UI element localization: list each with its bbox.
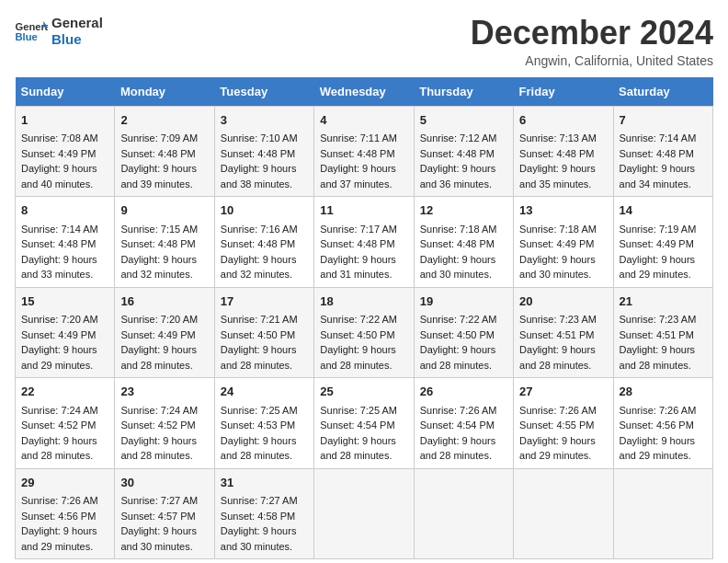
day-cell: 30 Sunrise: 7:27 AM Sunset: 4:57 PM Dayl… xyxy=(115,468,214,559)
daylight: Daylight: 9 hours and 29 minutes. xyxy=(21,525,97,552)
daylight: Daylight: 9 hours and 28 minutes. xyxy=(420,435,496,462)
sunrise: Sunrise: 7:18 AM xyxy=(519,224,597,235)
daylight: Daylight: 9 hours and 28 minutes. xyxy=(320,435,396,462)
day-number: 24 xyxy=(221,383,308,401)
sunset: Sunset: 4:48 PM xyxy=(221,148,295,159)
day-cell xyxy=(613,468,712,559)
sunrise: Sunrise: 7:20 AM xyxy=(21,314,98,325)
day-number: 16 xyxy=(120,293,208,311)
sunrise: Sunrise: 7:27 AM xyxy=(221,495,298,506)
logo-icon: General Blue xyxy=(15,18,48,44)
header-cell-monday: Monday xyxy=(115,77,214,107)
daylight: Daylight: 9 hours and 35 minutes. xyxy=(519,163,596,190)
sunrise: Sunrise: 7:25 AM xyxy=(221,405,298,416)
sunrise: Sunrise: 7:22 AM xyxy=(420,314,497,325)
day-number: 14 xyxy=(620,201,707,220)
sunrise: Sunrise: 7:17 AM xyxy=(320,224,397,235)
day-cell: 27 Sunrise: 7:26 AM Sunset: 4:55 PM Dayl… xyxy=(514,378,613,469)
daylight: Daylight: 9 hours and 34 minutes. xyxy=(620,163,696,190)
day-cell: 24 Sunrise: 7:25 AM Sunset: 4:53 PM Dayl… xyxy=(214,378,313,469)
sunset: Sunset: 4:56 PM xyxy=(620,419,694,431)
day-number: 15 xyxy=(21,293,108,311)
header-cell-wednesday: Wednesday xyxy=(314,77,414,107)
header-cell-thursday: Thursday xyxy=(414,77,513,107)
daylight: Daylight: 9 hours and 28 minutes. xyxy=(221,435,297,462)
sunset: Sunset: 4:49 PM xyxy=(519,238,594,249)
day-cell: 14 Sunrise: 7:19 AM Sunset: 4:49 PM Dayl… xyxy=(613,197,712,288)
sunrise: Sunrise: 7:11 AM xyxy=(320,132,397,144)
day-number: 17 xyxy=(221,293,308,311)
daylight: Daylight: 9 hours and 28 minutes. xyxy=(620,344,696,371)
sunset: Sunset: 4:48 PM xyxy=(120,148,195,159)
sunset: Sunset: 4:48 PM xyxy=(21,238,96,249)
sunrise: Sunrise: 7:26 AM xyxy=(21,495,98,506)
sunrise: Sunrise: 7:22 AM xyxy=(320,314,397,325)
sunset: Sunset: 4:51 PM xyxy=(620,329,694,340)
day-number: 28 xyxy=(620,383,707,401)
sunset: Sunset: 4:48 PM xyxy=(221,238,295,249)
daylight: Daylight: 9 hours and 29 minutes. xyxy=(21,344,97,371)
day-cell: 13 Sunrise: 7:18 AM Sunset: 4:49 PM Dayl… xyxy=(514,197,613,288)
daylight: Daylight: 9 hours and 29 minutes. xyxy=(620,435,696,462)
main-title: December 2024 xyxy=(471,15,713,52)
day-number: 21 xyxy=(620,293,707,311)
header: General Blue General Blue December 2024 … xyxy=(15,15,713,68)
sunset: Sunset: 4:48 PM xyxy=(120,238,195,249)
sunrise: Sunrise: 7:13 AM xyxy=(519,132,597,144)
day-number: 7 xyxy=(620,111,707,130)
calendar-table: SundayMondayTuesdayWednesdayThursdayFrid… xyxy=(15,77,713,560)
day-cell: 11 Sunrise: 7:17 AM Sunset: 4:48 PM Dayl… xyxy=(314,197,414,288)
sunset: Sunset: 4:49 PM xyxy=(21,148,96,159)
daylight: Daylight: 9 hours and 31 minutes. xyxy=(320,254,396,281)
day-number: 25 xyxy=(320,383,407,401)
sunset: Sunset: 4:48 PM xyxy=(519,148,594,159)
title-section: December 2024 Angwin, California, United… xyxy=(471,15,713,68)
sunset: Sunset: 4:54 PM xyxy=(320,419,394,431)
sunset: Sunset: 4:49 PM xyxy=(120,329,195,340)
daylight: Daylight: 9 hours and 40 minutes. xyxy=(21,163,97,190)
day-cell: 15 Sunrise: 7:20 AM Sunset: 4:49 PM Dayl… xyxy=(16,287,115,378)
day-number: 8 xyxy=(21,201,108,220)
day-cell: 18 Sunrise: 7:22 AM Sunset: 4:50 PM Dayl… xyxy=(314,287,414,378)
sunset: Sunset: 4:56 PM xyxy=(21,511,96,522)
sunset: Sunset: 4:48 PM xyxy=(620,148,694,159)
sunset: Sunset: 4:49 PM xyxy=(21,329,96,340)
sunset: Sunset: 4:50 PM xyxy=(221,329,295,340)
day-cell: 16 Sunrise: 7:20 AM Sunset: 4:49 PM Dayl… xyxy=(115,287,214,378)
header-cell-saturday: Saturday xyxy=(613,77,712,107)
sunrise: Sunrise: 7:27 AM xyxy=(120,495,198,506)
day-cell: 29 Sunrise: 7:26 AM Sunset: 4:56 PM Dayl… xyxy=(16,468,115,559)
sunrise: Sunrise: 7:19 AM xyxy=(620,224,697,235)
day-cell: 23 Sunrise: 7:24 AM Sunset: 4:52 PM Dayl… xyxy=(115,378,214,469)
header-cell-tuesday: Tuesday xyxy=(214,77,313,107)
day-cell: 9 Sunrise: 7:15 AM Sunset: 4:48 PM Dayli… xyxy=(115,197,214,288)
day-number: 23 xyxy=(120,383,208,401)
header-cell-sunday: Sunday xyxy=(16,77,115,107)
sunrise: Sunrise: 7:23 AM xyxy=(519,314,597,325)
sunrise: Sunrise: 7:16 AM xyxy=(221,224,298,235)
logo-line2: Blue xyxy=(51,31,103,48)
logo: General Blue General Blue xyxy=(15,15,103,48)
logo-line1: General xyxy=(51,15,103,31)
sunset: Sunset: 4:49 PM xyxy=(620,238,694,249)
day-cell xyxy=(414,468,513,559)
daylight: Daylight: 9 hours and 29 minutes. xyxy=(519,435,596,462)
day-cell xyxy=(314,468,414,559)
sunset: Sunset: 4:55 PM xyxy=(519,419,594,431)
day-cell: 22 Sunrise: 7:24 AM Sunset: 4:52 PM Dayl… xyxy=(16,378,115,469)
sunset: Sunset: 4:48 PM xyxy=(320,148,394,159)
day-number: 6 xyxy=(519,111,607,130)
day-number: 10 xyxy=(221,201,308,220)
sunrise: Sunrise: 7:25 AM xyxy=(320,405,397,416)
daylight: Daylight: 9 hours and 37 minutes. xyxy=(320,163,396,190)
week-row-2: 8 Sunrise: 7:14 AM Sunset: 4:48 PM Dayli… xyxy=(16,197,713,288)
sunrise: Sunrise: 7:20 AM xyxy=(120,314,198,325)
day-cell: 28 Sunrise: 7:26 AM Sunset: 4:56 PM Dayl… xyxy=(613,378,712,469)
sunrise: Sunrise: 7:21 AM xyxy=(221,314,298,325)
day-number: 30 xyxy=(120,474,208,492)
day-cell: 31 Sunrise: 7:27 AM Sunset: 4:58 PM Dayl… xyxy=(214,468,313,559)
svg-text:Blue: Blue xyxy=(16,31,38,42)
sunset: Sunset: 4:48 PM xyxy=(420,238,495,249)
day-number: 12 xyxy=(420,201,507,220)
sunrise: Sunrise: 7:14 AM xyxy=(21,224,98,235)
